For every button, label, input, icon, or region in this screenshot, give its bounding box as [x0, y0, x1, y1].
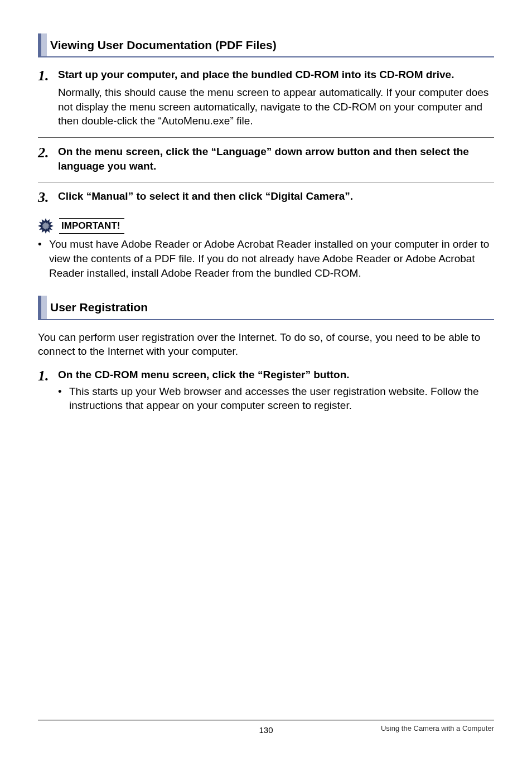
bullet-dot: • — [58, 384, 69, 413]
step-body: Normally, this should cause the menu scr… — [38, 85, 494, 128]
step-3-viewing: 3. Click “Manual” to select it and then … — [38, 189, 494, 205]
burst-icon — [38, 218, 54, 234]
user-reg-intro: You can perform user registration over t… — [38, 330, 494, 359]
page-footer: 130 Using the Camera with a Computer — [38, 720, 494, 732]
sub-bullet: • This starts up your Web browser and ac… — [38, 384, 494, 413]
section-heading-viewing: Viewing User Documentation (PDF Files) — [38, 33, 494, 57]
step-1-user-reg: 1. On the CD-ROM menu screen, click the … — [38, 368, 494, 413]
step-instruction: Start up your computer, and place the bu… — [58, 67, 454, 82]
important-callout: IMPORTANT! — [38, 218, 494, 234]
step-number: 1. — [38, 67, 58, 83]
step-instruction: On the CD-ROM menu screen, click the “Re… — [58, 368, 350, 382]
important-text: You must have Adobe Reader or Adobe Acro… — [49, 237, 494, 280]
page-container: Viewing User Documentation (PDF Files) 1… — [0, 0, 532, 757]
step-number: 1. — [38, 368, 58, 383]
step-2-viewing: 2. On the menu screen, click the “Langua… — [38, 144, 494, 173]
sub-bullet-text: This starts up your Web browser and acce… — [69, 384, 494, 413]
heading-title-viewing: Viewing User Documentation (PDF Files) — [47, 33, 277, 56]
heading-bar-inner — [41, 33, 47, 56]
divider — [38, 137, 494, 138]
step-instruction: Click “Manual” to select it and then cli… — [58, 189, 353, 204]
divider — [38, 182, 494, 182]
page-number: 130 — [38, 725, 494, 735]
step-instruction: On the menu screen, click the “Language”… — [58, 144, 494, 173]
heading-title-user-reg: User Registration — [47, 296, 148, 319]
important-label: IMPORTANT! — [59, 218, 124, 234]
important-bullet: • You must have Adobe Reader or Adobe Ac… — [38, 237, 494, 280]
step-number: 3. — [38, 189, 58, 205]
step-1-viewing: 1. Start up your computer, and place the… — [38, 67, 494, 128]
heading-bar-inner — [41, 296, 47, 319]
step-number: 2. — [38, 144, 58, 160]
bullet-dot: • — [38, 237, 49, 280]
section-heading-user-reg: User Registration — [38, 296, 494, 320]
